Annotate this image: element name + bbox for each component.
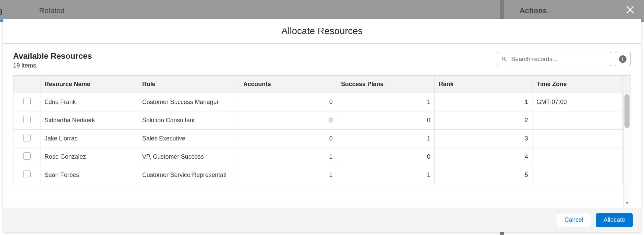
modal-footer: Cancel Allocate: [3, 208, 641, 232]
checkbox[interactable]: [23, 116, 31, 123]
row-checkbox-cell[interactable]: [13, 148, 40, 166]
checkbox[interactable]: [23, 152, 31, 160]
cell-time-zone: GMT-07:00: [532, 93, 623, 111]
cell-accounts: 0: [239, 130, 337, 148]
search-input-wrapper[interactable]: [497, 52, 611, 66]
row-checkbox-cell[interactable]: [13, 130, 40, 148]
resources-table: Resource Name Role Accounts Success Plan…: [13, 75, 631, 184]
table-row[interactable]: Sean ForbesCustomer Service Representati…: [13, 166, 631, 184]
cell-success-plans: 1: [337, 130, 435, 148]
available-resources-heading: Available Resources: [13, 51, 92, 61]
col-success-plans[interactable]: Success Plans: [337, 76, 435, 93]
cell-role: Sales Executive: [138, 130, 239, 148]
allocate-button[interactable]: Allocate: [596, 213, 633, 227]
cell-time-zone: [532, 130, 623, 148]
table-row[interactable]: Edna FrankCustomer Success Manager011GMT…: [13, 93, 631, 111]
cell-success-plans: 1: [337, 166, 435, 184]
row-checkbox-cell[interactable]: [13, 93, 40, 111]
bg-actions-title: Actions: [512, 0, 554, 22]
cell-accounts: 0: [239, 93, 337, 111]
scroll-thumb[interactable]: [624, 94, 630, 128]
cancel-button-label: Cancel: [564, 216, 583, 224]
col-role[interactable]: Role: [138, 76, 239, 93]
bg-tab-label: cing: [0, 6, 2, 15]
table-row[interactable]: Siddartha NedaerkSolution Consultant002: [13, 111, 631, 130]
table-row[interactable]: Rose GonzalezVP, Customer Success104: [13, 148, 631, 166]
col-checkbox: [13, 76, 40, 93]
cell-resource-name: Rose Gonzalez: [40, 148, 138, 166]
cell-resource-name: Siddartha Nedaerk: [40, 111, 138, 130]
checkbox[interactable]: [23, 171, 31, 178]
cancel-button[interactable]: Cancel: [557, 213, 591, 227]
info-button[interactable]: i: [615, 52, 631, 66]
bg-tab-resourcing[interactable]: cing: [0, 0, 10, 22]
cell-resource-name: Jake Llorrac: [40, 130, 138, 148]
cell-time-zone: [532, 148, 623, 166]
cell-accounts: 0: [239, 111, 337, 130]
row-checkbox-cell[interactable]: [13, 111, 40, 130]
resources-table-wrapper: Resource Name Role Accounts Success Plan…: [13, 75, 631, 208]
cell-rank: 4: [435, 148, 532, 166]
cell-rank: 5: [435, 166, 532, 184]
cell-time-zone: [532, 111, 623, 130]
col-rank[interactable]: Rank: [435, 76, 532, 93]
cell-resource-name: Sean Forbes: [40, 166, 138, 184]
col-scrollgutter: [623, 76, 631, 93]
cell-role: Solution Consultant: [138, 111, 239, 130]
modal-title: Allocate Resources: [3, 19, 641, 44]
allocate-resources-modal: Allocate Resources Available Resources 1…: [3, 19, 641, 232]
cell-role: Customer Success Manager: [138, 93, 239, 111]
cell-accounts: 1: [239, 148, 337, 166]
cell-success-plans: 0: [337, 111, 435, 130]
cell-resource-name: Edna Frank: [40, 93, 138, 111]
col-resource-name[interactable]: Resource Name: [40, 76, 138, 93]
bg-tab-label: Related: [39, 6, 65, 15]
item-count-label: 19 items: [13, 62, 92, 69]
col-accounts[interactable]: Accounts: [239, 76, 337, 93]
cell-role: Customer Service Representati: [138, 166, 239, 184]
cell-rank: 1: [435, 93, 532, 111]
allocate-button-label: Allocate: [604, 216, 625, 224]
cell-rank: 2: [435, 111, 532, 130]
search-input[interactable]: [511, 55, 607, 63]
cell-success-plans: 1: [337, 93, 435, 111]
table-header-row: Resource Name Role Accounts Success Plan…: [13, 76, 631, 93]
modal-body: Available Resources 19 items i: [3, 44, 641, 208]
scroll-down-icon[interactable]: ▾: [624, 200, 630, 206]
search-icon: [501, 56, 507, 62]
col-time-zone[interactable]: Time Zone: [532, 76, 623, 93]
row-checkbox-cell[interactable]: [13, 166, 40, 184]
table-row[interactable]: Jake LlorracSales Executive013: [13, 130, 631, 148]
cell-time-zone: [532, 166, 623, 184]
bg-tab-related[interactable]: Related: [32, 0, 72, 22]
close-icon[interactable]: [624, 3, 636, 16]
checkbox[interactable]: [23, 134, 31, 141]
info-icon: i: [619, 55, 626, 63]
checkbox[interactable]: [23, 98, 31, 105]
cell-accounts: 1: [239, 166, 337, 184]
bg-actions-label: Actions: [520, 6, 547, 15]
cell-success-plans: 0: [337, 148, 435, 166]
cell-rank: 3: [435, 130, 532, 148]
table-scrollbar[interactable]: ▾: [623, 93, 630, 206]
cell-role: VP, Customer Success: [138, 148, 239, 166]
